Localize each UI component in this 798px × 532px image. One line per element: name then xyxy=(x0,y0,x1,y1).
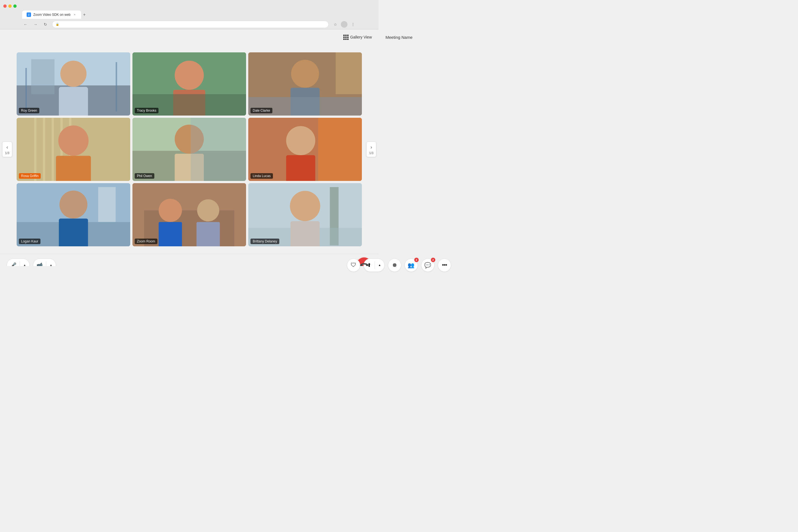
participant-name-0: Roy Green xyxy=(19,108,39,113)
svg-rect-45 xyxy=(159,222,182,246)
url-bar[interactable]: 🔒 xyxy=(52,21,329,28)
meeting-header: Meeting Name Gallery View xyxy=(0,30,379,45)
svg-rect-4 xyxy=(59,87,88,116)
svg-rect-34 xyxy=(286,155,315,181)
security-button[interactable]: 🛡 xyxy=(347,259,360,266)
video-tile-roy-green: Roy Green xyxy=(17,52,130,116)
right-arrow-icon: › xyxy=(370,144,372,150)
svg-rect-13 xyxy=(336,52,362,94)
participant-name-5: Linda Lucas xyxy=(250,173,273,179)
svg-point-23 xyxy=(58,126,89,156)
svg-rect-42 xyxy=(144,210,234,246)
svg-rect-5 xyxy=(25,68,27,112)
svg-rect-18 xyxy=(34,118,36,181)
video-tile-zoom-room: Zoom Room xyxy=(132,183,246,246)
grid-icon xyxy=(343,35,348,40)
svg-point-3 xyxy=(60,61,87,87)
divider xyxy=(20,261,20,266)
svg-rect-46 xyxy=(196,222,220,246)
participant-name-4: Phil Owen xyxy=(135,173,154,179)
video-area: ‹ 1/3 Roy Gre xyxy=(0,45,379,254)
maximize-dot[interactable] xyxy=(13,4,17,8)
profile-avatar[interactable] xyxy=(341,21,347,28)
tab-title: Zoom Video SDK on web xyxy=(33,13,71,17)
right-page-indicator: 1/3 xyxy=(369,151,373,155)
participant-name-7: Zoom Room xyxy=(135,239,157,244)
svg-point-38 xyxy=(60,191,88,218)
browser-actions: ☆ ⋮ xyxy=(332,21,356,28)
participant-name-8: Brittany Delaney xyxy=(250,239,279,244)
video-grid: Roy Green Tracy Brooks xyxy=(17,52,362,246)
menu-button[interactable]: ⋮ xyxy=(350,21,356,28)
mic-icon: 🎤 xyxy=(10,262,16,266)
svg-rect-36 xyxy=(98,187,116,222)
meeting-container: Meeting Name Gallery View ‹ 1/3 xyxy=(0,30,379,266)
back-button[interactable]: ← xyxy=(22,21,29,28)
video-tile-phil-owen: Phil Owen xyxy=(132,118,246,181)
prev-page-button[interactable]: ‹ 1/3 xyxy=(2,141,12,157)
video-tile-logan-kaur: Logan Kaur xyxy=(17,183,130,246)
camera-icon: 📹 xyxy=(37,262,43,266)
svg-rect-20 xyxy=(52,118,54,181)
browser-chrome: Z Zoom Video SDK on web × + xyxy=(0,0,379,19)
svg-point-33 xyxy=(286,126,315,155)
svg-point-9 xyxy=(174,61,204,90)
participant-name-2: Dale Clarke xyxy=(250,108,272,113)
svg-rect-51 xyxy=(290,221,320,246)
svg-rect-29 xyxy=(191,118,246,181)
toolbar-left: 🎤 ▲ 📹 ▲ xyxy=(7,259,56,266)
svg-point-44 xyxy=(197,199,219,222)
camera-chevron: ▲ xyxy=(50,264,52,266)
participant-name-1: Tracy Brooks xyxy=(135,108,158,113)
new-tab-button[interactable]: + xyxy=(81,11,88,18)
next-page-button[interactable]: › 1/3 xyxy=(366,141,376,157)
tab-close-button[interactable]: × xyxy=(73,13,77,17)
close-dot[interactable] xyxy=(3,4,7,8)
svg-point-50 xyxy=(290,191,320,221)
participant-name-3: Rosa Griffin xyxy=(19,173,41,179)
video-tile-linda-lucas: Linda Lucas xyxy=(248,118,362,181)
gallery-view-button[interactable]: Gallery View xyxy=(343,35,372,40)
svg-rect-39 xyxy=(59,218,88,246)
share-chevron: ▲ xyxy=(378,264,379,266)
toolbar: 🎤 ▲ 📹 ▲ 🛡 ⬆ ▲ xyxy=(0,254,379,266)
camera-button[interactable]: 📹 ▲ xyxy=(33,259,56,266)
bookmark-button[interactable]: ☆ xyxy=(332,21,339,28)
svg-point-43 xyxy=(159,199,182,222)
svg-rect-31 xyxy=(318,118,362,181)
share-divider xyxy=(375,261,375,266)
minimize-dot[interactable] xyxy=(8,4,12,8)
gallery-view-label: Gallery View xyxy=(350,35,372,39)
mic-button[interactable]: 🎤 ▲ xyxy=(7,259,30,266)
browser-tab[interactable]: Z Zoom Video SDK on web × xyxy=(22,11,81,19)
video-tile-dale-clarke: Dale Clarke xyxy=(248,52,362,116)
svg-rect-24 xyxy=(56,156,91,181)
video-tile-brittany-delaney: Brittany Delaney xyxy=(248,183,362,246)
svg-rect-19 xyxy=(43,118,45,181)
svg-rect-2 xyxy=(31,59,55,94)
security-icon: 🛡 xyxy=(351,262,356,266)
title-bar xyxy=(0,0,379,10)
participant-name-6: Logan Kaur xyxy=(19,239,40,244)
forward-button[interactable]: → xyxy=(32,21,39,28)
lock-icon: 🔒 xyxy=(56,23,59,26)
address-bar: ← → ↻ 🔒 ☆ ⋮ xyxy=(0,19,379,30)
mic-chevron: ▲ xyxy=(23,264,26,266)
refresh-button[interactable]: ↻ xyxy=(42,21,49,28)
left-page-indicator: 1/3 xyxy=(5,151,9,155)
video-tile-tracy-brooks: Tracy Brooks xyxy=(132,52,246,116)
svg-point-14 xyxy=(291,60,319,88)
video-tile-rosa-griffin: Rosa Griffin xyxy=(17,118,130,181)
left-arrow-icon: ‹ xyxy=(6,144,8,150)
svg-rect-6 xyxy=(116,62,117,112)
tab-favicon: Z xyxy=(26,13,31,17)
window-controls xyxy=(3,4,17,8)
